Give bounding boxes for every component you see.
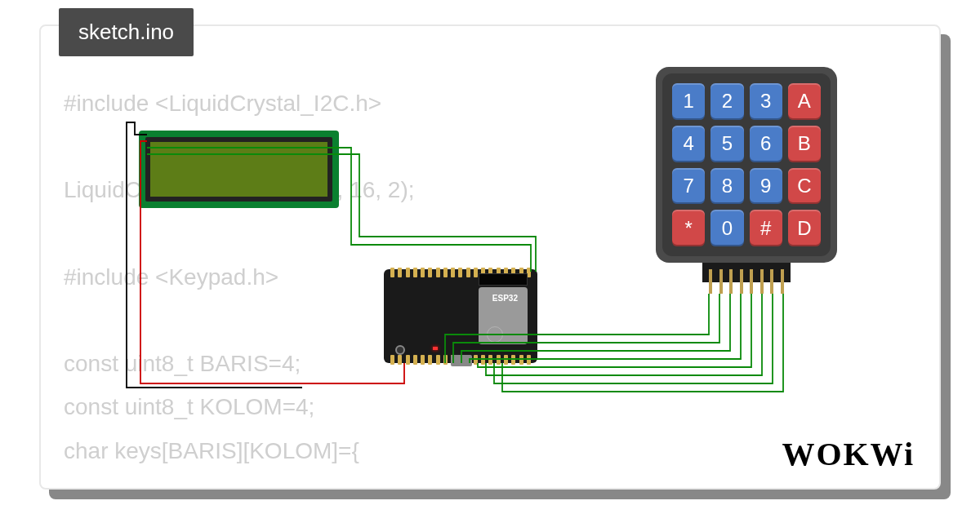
file-tab[interactable]: sketch.ino bbox=[59, 8, 194, 56]
keypad-connector bbox=[702, 263, 791, 282]
keypad-key-3[interactable]: 3 bbox=[750, 83, 782, 120]
esp32-board[interactable]: ESP32 bbox=[384, 269, 537, 363]
usb-port-icon bbox=[451, 355, 472, 366]
keypad-key-1[interactable]: 1 bbox=[672, 83, 705, 120]
fingerprint-icon bbox=[487, 326, 503, 343]
keypad-key-B[interactable]: B bbox=[788, 126, 821, 162]
wokwi-logo: WOKWi bbox=[782, 435, 915, 473]
esp32-label: ESP32 bbox=[492, 294, 518, 303]
esp32-led-icon bbox=[433, 347, 438, 350]
keypad-key-C[interactable]: C bbox=[788, 168, 821, 205]
keypad-key-9[interactable]: 9 bbox=[750, 168, 782, 205]
keypad-key-0[interactable]: 0 bbox=[710, 210, 743, 246]
keypad-key-*[interactable]: * bbox=[672, 210, 705, 246]
keypad-key-A[interactable]: A bbox=[788, 83, 821, 120]
keypad-key-2[interactable]: 2 bbox=[710, 83, 743, 120]
lcd-module[interactable] bbox=[139, 131, 339, 208]
keypad-key-#[interactable]: # bbox=[750, 210, 782, 246]
esp32-antenna bbox=[479, 273, 528, 286]
esp32-button[interactable] bbox=[395, 345, 405, 355]
keypad-key-8[interactable]: 8 bbox=[710, 168, 743, 205]
keypad-key-5[interactable]: 5 bbox=[710, 126, 743, 162]
keypad-key-7[interactable]: 7 bbox=[672, 168, 705, 205]
lcd-screen bbox=[145, 137, 332, 202]
keypad-key-6[interactable]: 6 bbox=[750, 126, 782, 162]
keypad-key-4[interactable]: 4 bbox=[672, 126, 705, 162]
keypad-module[interactable]: 123A456B789C*0#D bbox=[656, 67, 837, 263]
keypad-key-D[interactable]: D bbox=[788, 210, 821, 246]
keypad-grid: 123A456B789C*0#D bbox=[662, 73, 831, 256]
